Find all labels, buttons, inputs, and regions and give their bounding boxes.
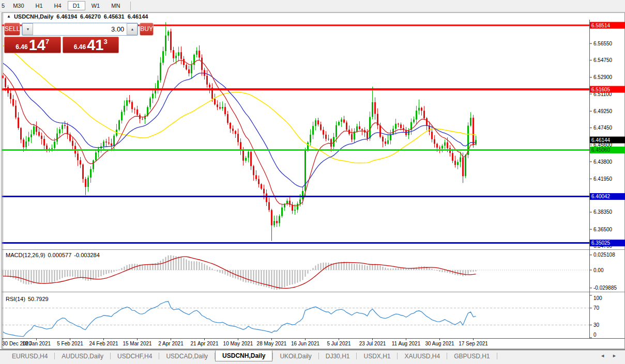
macd-bar [308, 270, 309, 274]
macd-bar [158, 262, 159, 270]
ohlc-open: 6.46194 [56, 13, 77, 20]
timeframe-button-mn[interactable]: MN [106, 1, 125, 10]
buy-price-box[interactable]: 6.46 41 3 [63, 37, 119, 53]
candle [266, 194, 267, 202]
macd-bar [305, 270, 306, 277]
macd-value-main: 0.000577 [48, 252, 71, 258]
tab-xauusd-h4[interactable]: XAUUSD,H4 [398, 351, 447, 361]
macd-bar [476, 270, 477, 272]
candle [173, 50, 174, 58]
macd-bar [88, 270, 89, 281]
price-tick-label: 6.49250 [593, 108, 613, 114]
date-tick-label: 16 Jun 2021 [291, 341, 319, 346]
macd-bar [388, 268, 389, 270]
candle [152, 93, 154, 98]
candle [429, 126, 430, 132]
window-border [2, 13, 625, 349]
macd-bar [52, 270, 53, 282]
candle [15, 106, 17, 118]
tab-audusd-daily[interactable]: AUDUSD,Daily [55, 351, 110, 361]
timeframe-button-h1[interactable]: H1 [31, 1, 48, 10]
macd-bar [315, 265, 316, 270]
macd-bar [390, 268, 391, 270]
candle [369, 117, 371, 138]
macd-bar [357, 264, 358, 270]
candle [436, 144, 438, 147]
tab-usdcnh-daily[interactable]: USDCNH,Daily [215, 351, 272, 361]
macd-bar [284, 270, 285, 287]
macd-bar [212, 268, 213, 270]
timeframe-button-w1[interactable]: W1 [86, 1, 105, 10]
candle [95, 152, 97, 161]
date-tick-label: 21 Apr 2021 [191, 341, 219, 346]
timeframe-button-5[interactable]: 5 [1, 1, 7, 10]
macd-bar [421, 266, 422, 270]
tab-scroll-right-icon[interactable]: ► [612, 353, 617, 358]
volume-increase-button[interactable]: ▲ [127, 23, 138, 35]
sell-button[interactable]: SELL [4, 23, 20, 36]
sell-price-pips: 14 [29, 38, 45, 52]
sell-price-point: 7 [45, 38, 49, 45]
macd-bar [406, 268, 407, 270]
tab-ukoil-daily[interactable]: UKOil,Daily [273, 351, 318, 361]
sell-price-box[interactable]: 6.46 14 7 [4, 37, 61, 53]
macd-bar [31, 270, 32, 284]
timeframe-button-m30[interactable]: M30 [8, 1, 29, 10]
ohlc-close: 6.46144 [128, 13, 148, 20]
tab-usdchf-h4[interactable]: USDCHF,H4 [111, 351, 159, 361]
trading-app: 5M30H1H4D1W1MN 6.565506.547506.529006.51… [0, 0, 625, 364]
candle [93, 161, 94, 169]
macd-bar [439, 270, 440, 272]
candle [323, 130, 324, 135]
macd-bar [23, 270, 24, 283]
macd-bar [90, 270, 92, 280]
macd-bar [178, 257, 179, 270]
macd-bar [65, 270, 66, 277]
macd-bar [380, 265, 381, 270]
ma-mid-line [3, 63, 476, 187]
macd-bar [297, 270, 298, 283]
timeframe-button-d1[interactable]: D1 [68, 1, 85, 10]
rsi-tick-label: 70 [593, 305, 600, 311]
timeframe-button-h4[interactable]: H4 [49, 1, 67, 10]
candle [199, 51, 200, 57]
tab-scroll-left-icon[interactable]: ◄ [600, 353, 605, 358]
tab-usdcad-daily[interactable]: USDCAD,Daily [159, 351, 215, 361]
macd-bar [28, 270, 29, 284]
macd-bar [240, 270, 241, 280]
candle [310, 135, 311, 143]
candle [51, 148, 53, 149]
macd-bar [41, 270, 42, 282]
macd-bar [282, 270, 283, 289]
macd-bar [238, 270, 239, 279]
candle [103, 141, 104, 146]
volume-decrease-button[interactable]: ▼ [22, 23, 33, 35]
macd-bar [16, 270, 17, 279]
candle [398, 124, 399, 124]
macd-bar [300, 270, 301, 281]
macd-bar [395, 268, 397, 270]
macd-bar [372, 264, 373, 270]
buy-button[interactable]: BUY [140, 23, 154, 36]
candle [470, 118, 471, 125]
candle [413, 119, 415, 122]
tab-usdx-h1[interactable]: USDX,H1 [357, 351, 397, 361]
candle [439, 148, 440, 149]
candle [268, 202, 270, 210]
date-tick-label: 17 Sep 2021 [459, 341, 488, 346]
macd-bar [445, 270, 446, 272]
macd-bar [111, 270, 112, 273]
candle [121, 112, 123, 120]
rsi-label: RSI(14) 50.7929 [6, 296, 49, 302]
candle [294, 210, 296, 211]
macd-bar [256, 270, 257, 285]
tab-eurusd-h4[interactable]: EURUSD,H4 [5, 351, 54, 361]
candle [382, 137, 384, 141]
rsi-tick-label: 0 [593, 332, 597, 338]
volume-input[interactable] [33, 23, 127, 35]
candle [64, 125, 66, 126]
macd-tick-label: 0.00 [593, 267, 604, 273]
tab-gbpusd-h1[interactable]: GBPUSD,H1 [447, 351, 496, 361]
candle [421, 108, 422, 111]
tab-dj30-h1[interactable]: DJ30,H1 [319, 351, 357, 361]
